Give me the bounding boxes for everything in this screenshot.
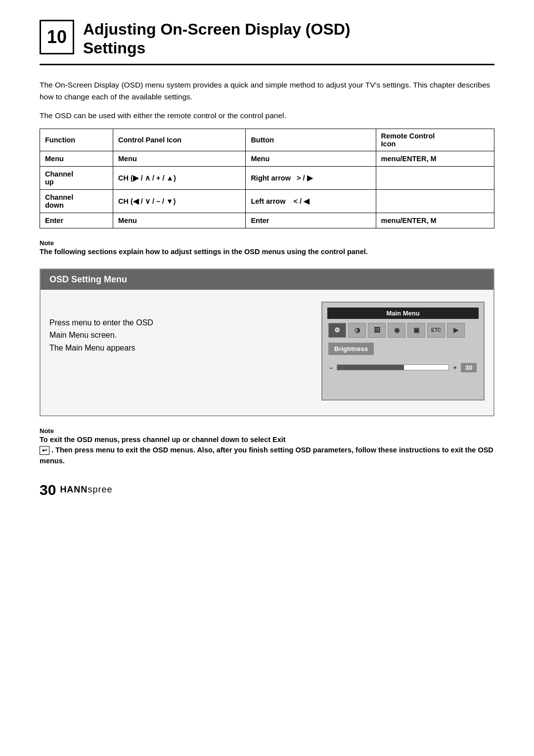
- note-section-1: Note The following sections explain how …: [40, 239, 494, 258]
- tv-slider-track: [337, 364, 449, 370]
- footer-brand-lower: spree: [88, 485, 112, 494]
- body-para1: The On-Screen Display (OSD) menu system …: [40, 79, 494, 103]
- tv-slider-fill: [337, 365, 404, 370]
- table-row: Channeldown CH (◀ / ∨ / – / ▼) Left arro…: [40, 189, 494, 213]
- note-section-2: Note To exit the OSD menus, press channe…: [40, 427, 494, 467]
- body-para2: The OSD can be used with either the remo…: [40, 110, 494, 122]
- osd-menu-title: OSD Setting Menu: [41, 269, 493, 290]
- note-text-1: The following sections explain how to ad…: [40, 247, 494, 258]
- footer: 30 HANNspree: [40, 482, 494, 498]
- cell-button: Enter: [246, 213, 376, 228]
- col-header-button: Button: [246, 129, 376, 151]
- cell-function: Enter: [40, 213, 113, 228]
- cell-function: Menu: [40, 151, 113, 166]
- cell-remote: menu/ENTER, M: [376, 213, 494, 228]
- osd-menu-content: Press menu to enter the OSD Main Menu sc…: [41, 290, 493, 415]
- tv-icon-etc: ETC: [427, 323, 445, 338]
- note-text-2: To exit the OSD menus, press channel up …: [40, 435, 494, 467]
- footer-page-number: 30: [40, 482, 56, 498]
- tv-main-menu-bar: Main Menu: [327, 308, 479, 319]
- osd-menu-text: Press menu to enter the OSD Main Menu sc…: [49, 302, 302, 355]
- cell-remote: [376, 166, 494, 189]
- cell-button: Menu: [246, 151, 376, 166]
- exit-icon: ↩: [40, 446, 49, 455]
- tv-slider-minus: –: [329, 364, 333, 371]
- footer-brand-upper: HANN: [60, 485, 88, 494]
- cell-function: Channeldown: [40, 189, 113, 213]
- tv-icon-gear: ⚙: [328, 323, 346, 338]
- table-row: Menu Menu Menu menu/ENTER, M: [40, 151, 494, 166]
- col-header-function: Function: [40, 129, 113, 151]
- tv-icon-screen: ▣: [407, 323, 425, 338]
- tv-icon-audio: ◉: [388, 323, 405, 338]
- table-row: Channelup CH (▶ / ∧ / + / ▲) Right arrow…: [40, 166, 494, 189]
- cell-control: Menu: [113, 151, 246, 166]
- tv-slider-value: 30: [461, 363, 477, 372]
- tv-screen: Main Menu ⚙ ◑ 🖼 ◉ ▣ ETC ▶ Brightness – +…: [321, 302, 485, 400]
- tv-icons-row: ⚙ ◑ 🖼 ◉ ▣ ETC ▶: [327, 323, 479, 338]
- chapter-number: 10: [40, 20, 74, 54]
- tv-icon-picture: 🖼: [368, 323, 386, 338]
- cell-function: Channelup: [40, 166, 113, 189]
- cell-control: CH (▶ / ∧ / + / ▲): [113, 166, 246, 189]
- cell-control: CH (◀ / ∨ / – / ▼): [113, 189, 246, 213]
- note-label-2: Note: [40, 427, 494, 435]
- chapter-header: 10 Adjusting On-Screen Display (OSD) Set…: [40, 20, 494, 65]
- tv-icon-contrast: ◑: [348, 323, 366, 338]
- footer-brand: HANNspree: [60, 485, 112, 495]
- cell-remote: menu/ENTER, M: [376, 151, 494, 166]
- note-label-1: Note: [40, 239, 494, 247]
- osd-table: Function Control Panel Icon Button Remot…: [40, 129, 494, 228]
- tv-slider-plus: +: [453, 364, 457, 371]
- chapter-title: Adjusting On-Screen Display (OSD) Settin…: [83, 20, 351, 58]
- col-header-remote: Remote ControlIcon: [376, 129, 494, 151]
- tv-slider-row: – + 30: [327, 363, 479, 372]
- cell-button: Left arrow < / ◀: [246, 189, 376, 213]
- col-header-control-panel: Control Panel Icon: [113, 129, 246, 151]
- cell-control: Menu: [113, 213, 246, 228]
- cell-button: Right arrow > / ▶: [246, 166, 376, 189]
- table-row: Enter Menu Enter menu/ENTER, M: [40, 213, 494, 228]
- cell-remote: [376, 189, 494, 213]
- osd-menu-box: OSD Setting Menu Press menu to enter the…: [40, 268, 494, 416]
- tv-icon-tv: ▶: [447, 323, 465, 338]
- tv-brightness-label: Brightness: [328, 343, 374, 355]
